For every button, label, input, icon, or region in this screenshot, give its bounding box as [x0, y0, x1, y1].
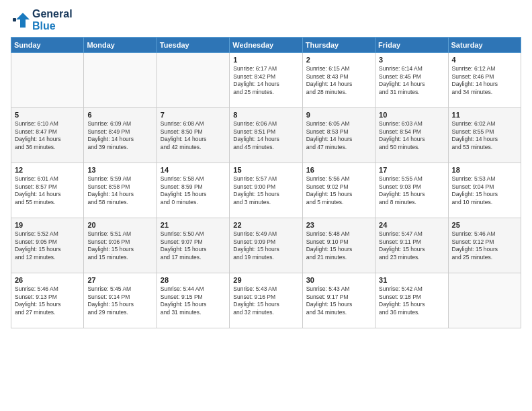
day-header-wednesday: Wednesday — [230, 38, 302, 53]
calendar-cell: 22Sunrise: 5:49 AM Sunset: 9:09 PM Dayli… — [230, 218, 302, 273]
day-number: 20 — [87, 221, 153, 229]
day-info: Sunrise: 6:14 AM Sunset: 8:45 PM Dayligh… — [379, 65, 445, 96]
day-header-monday: Monday — [84, 38, 157, 53]
calendar-cell: 8Sunrise: 6:06 AM Sunset: 8:51 PM Daylig… — [230, 108, 302, 163]
day-info: Sunrise: 5:50 AM Sunset: 9:07 PM Dayligh… — [161, 230, 226, 261]
calendar-cell: 16Sunrise: 5:56 AM Sunset: 9:02 PM Dayli… — [302, 163, 375, 218]
day-info: Sunrise: 6:06 AM Sunset: 8:51 PM Dayligh… — [233, 120, 299, 151]
day-number: 23 — [306, 221, 372, 229]
day-info: Sunrise: 6:05 AM Sunset: 8:53 PM Dayligh… — [306, 120, 372, 151]
day-info: Sunrise: 5:53 AM Sunset: 9:04 PM Dayligh… — [452, 175, 518, 206]
calendar-cell: 5Sunrise: 6:10 AM Sunset: 8:47 PM Daylig… — [11, 108, 84, 163]
day-info: Sunrise: 5:46 AM Sunset: 9:13 PM Dayligh… — [15, 285, 81, 316]
day-number: 15 — [233, 166, 299, 174]
calendar-cell: 17Sunrise: 5:55 AM Sunset: 9:03 PM Dayli… — [375, 163, 448, 218]
day-info: Sunrise: 5:45 AM Sunset: 9:14 PM Dayligh… — [87, 285, 153, 316]
day-number: 5 — [15, 111, 81, 119]
calendar-cell: 24Sunrise: 5:47 AM Sunset: 9:11 PM Dayli… — [375, 218, 448, 273]
day-info: Sunrise: 6:10 AM Sunset: 8:47 PM Dayligh… — [15, 120, 81, 151]
day-info: Sunrise: 5:52 AM Sunset: 9:05 PM Dayligh… — [15, 230, 81, 261]
calendar-cell: 21Sunrise: 5:50 AM Sunset: 9:07 PM Dayli… — [157, 218, 229, 273]
svg-rect-1 — [13, 18, 16, 21]
day-info: Sunrise: 5:51 AM Sunset: 9:06 PM Dayligh… — [87, 230, 153, 261]
calendar-table: SundayMondayTuesdayWednesdayThursdayFrid… — [11, 37, 521, 328]
day-header-tuesday: Tuesday — [157, 38, 229, 53]
day-number: 30 — [306, 276, 372, 284]
calendar-cell: 6Sunrise: 6:09 AM Sunset: 8:49 PM Daylig… — [84, 108, 157, 163]
day-number: 26 — [15, 276, 81, 284]
calendar-cell: 1Sunrise: 6:17 AM Sunset: 8:42 PM Daylig… — [230, 53, 302, 108]
day-header-thursday: Thursday — [302, 38, 375, 53]
day-number: 9 — [306, 111, 372, 119]
day-header-sunday: Sunday — [11, 38, 84, 53]
calendar-cell: 23Sunrise: 5:48 AM Sunset: 9:10 PM Dayli… — [302, 218, 375, 273]
day-info: Sunrise: 5:43 AM Sunset: 9:17 PM Dayligh… — [306, 285, 372, 316]
day-info: Sunrise: 6:09 AM Sunset: 8:49 PM Dayligh… — [87, 120, 153, 151]
day-number: 24 — [379, 221, 445, 229]
calendar-cell — [448, 273, 521, 328]
day-info: Sunrise: 6:12 AM Sunset: 8:46 PM Dayligh… — [452, 65, 518, 96]
logo: General Blue — [11, 8, 73, 32]
calendar-cell: 30Sunrise: 5:43 AM Sunset: 9:17 PM Dayli… — [302, 273, 375, 328]
day-info: Sunrise: 6:17 AM Sunset: 8:42 PM Dayligh… — [233, 65, 299, 96]
day-number: 10 — [379, 111, 445, 119]
day-number: 8 — [233, 111, 299, 119]
day-info: Sunrise: 5:48 AM Sunset: 9:10 PM Dayligh… — [306, 230, 372, 261]
calendar-cell — [11, 53, 84, 108]
day-number: 3 — [379, 56, 445, 64]
calendar-cell: 3Sunrise: 6:14 AM Sunset: 8:45 PM Daylig… — [375, 53, 448, 108]
calendar-week-row: 5Sunrise: 6:10 AM Sunset: 8:47 PM Daylig… — [11, 108, 521, 163]
logo-text-general: General — [32, 8, 73, 20]
day-number: 25 — [452, 221, 518, 229]
day-number: 7 — [161, 111, 226, 119]
calendar-cell: 4Sunrise: 6:12 AM Sunset: 8:46 PM Daylig… — [448, 53, 521, 108]
day-number: 27 — [87, 276, 153, 284]
day-number: 2 — [306, 56, 372, 64]
svg-marker-0 — [16, 13, 30, 28]
calendar-cell: 27Sunrise: 5:45 AM Sunset: 9:14 PM Dayli… — [84, 273, 157, 328]
day-header-saturday: Saturday — [448, 38, 521, 53]
day-number: 1 — [233, 56, 299, 64]
calendar-cell: 19Sunrise: 5:52 AM Sunset: 9:05 PM Dayli… — [11, 218, 84, 273]
calendar-cell: 10Sunrise: 6:03 AM Sunset: 8:54 PM Dayli… — [375, 108, 448, 163]
calendar-cell: 25Sunrise: 5:46 AM Sunset: 9:12 PM Dayli… — [448, 218, 521, 273]
day-number: 6 — [87, 111, 153, 119]
day-number: 12 — [15, 166, 81, 174]
header: General Blue — [11, 8, 521, 32]
day-number: 21 — [161, 221, 226, 229]
calendar-cell: 18Sunrise: 5:53 AM Sunset: 9:04 PM Dayli… — [448, 163, 521, 218]
calendar-page: General Blue SundayMondayTuesdayWednesda… — [0, 0, 532, 336]
calendar-week-row: 12Sunrise: 6:01 AM Sunset: 8:57 PM Dayli… — [11, 163, 521, 218]
calendar-cell: 28Sunrise: 5:44 AM Sunset: 9:15 PM Dayli… — [157, 273, 229, 328]
day-number: 11 — [452, 111, 518, 119]
calendar-header-row: SundayMondayTuesdayWednesdayThursdayFrid… — [11, 38, 521, 53]
day-info: Sunrise: 5:55 AM Sunset: 9:03 PM Dayligh… — [379, 175, 445, 206]
day-info: Sunrise: 5:43 AM Sunset: 9:16 PM Dayligh… — [233, 285, 299, 316]
calendar-week-row: 19Sunrise: 5:52 AM Sunset: 9:05 PM Dayli… — [11, 218, 521, 273]
logo-text-blue: Blue — [32, 20, 73, 32]
day-number: 18 — [452, 166, 518, 174]
day-number: 28 — [161, 276, 226, 284]
day-info: Sunrise: 5:42 AM Sunset: 9:18 PM Dayligh… — [379, 285, 445, 316]
day-info: Sunrise: 6:08 AM Sunset: 8:50 PM Dayligh… — [161, 120, 226, 151]
day-number: 16 — [306, 166, 372, 174]
day-info: Sunrise: 6:03 AM Sunset: 8:54 PM Dayligh… — [379, 120, 445, 151]
day-info: Sunrise: 5:59 AM Sunset: 8:58 PM Dayligh… — [87, 175, 153, 206]
day-header-friday: Friday — [375, 38, 448, 53]
calendar-cell: 12Sunrise: 6:01 AM Sunset: 8:57 PM Dayli… — [11, 163, 84, 218]
day-info: Sunrise: 5:57 AM Sunset: 9:00 PM Dayligh… — [233, 175, 299, 206]
calendar-cell: 29Sunrise: 5:43 AM Sunset: 9:16 PM Dayli… — [230, 273, 302, 328]
calendar-week-row: 26Sunrise: 5:46 AM Sunset: 9:13 PM Dayli… — [11, 273, 521, 328]
calendar-cell: 2Sunrise: 6:15 AM Sunset: 8:43 PM Daylig… — [302, 53, 375, 108]
day-number: 4 — [452, 56, 518, 64]
day-number: 14 — [161, 166, 226, 174]
day-info: Sunrise: 6:01 AM Sunset: 8:57 PM Dayligh… — [15, 175, 81, 206]
day-number: 29 — [233, 276, 299, 284]
day-info: Sunrise: 6:15 AM Sunset: 8:43 PM Dayligh… — [306, 65, 372, 96]
calendar-cell: 15Sunrise: 5:57 AM Sunset: 9:00 PM Dayli… — [230, 163, 302, 218]
day-number: 22 — [233, 221, 299, 229]
day-info: Sunrise: 5:56 AM Sunset: 9:02 PM Dayligh… — [306, 175, 372, 206]
day-info: Sunrise: 5:58 AM Sunset: 8:59 PM Dayligh… — [161, 175, 226, 206]
day-number: 19 — [15, 221, 81, 229]
calendar-cell — [84, 53, 157, 108]
